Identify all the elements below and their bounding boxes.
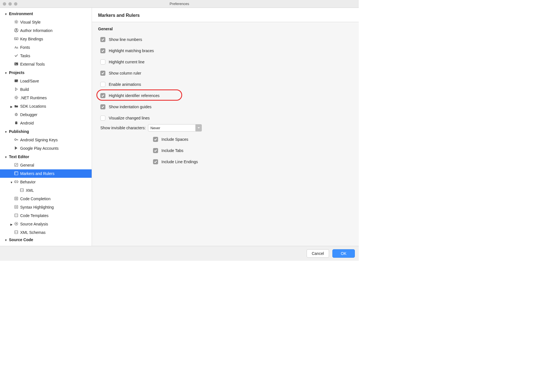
sidebar-section-projects[interactable]: Projects — [0, 68, 92, 77]
option-row-changedLines: Visualize changed lines — [98, 112, 353, 124]
sidebar-item-visual-style[interactable]: Visual Style — [0, 18, 92, 26]
sidebar-item-label: Google Play Accounts — [19, 146, 59, 151]
preferences-tree[interactable]: EnvironmentVisual StyleAuthor Informatio… — [0, 8, 92, 243]
option-row-identRefs: Highlight identifier references — [98, 90, 353, 101]
gear-icon — [13, 95, 19, 101]
checkbox-changedLines[interactable] — [100, 116, 105, 121]
dropdown-arrow-icon[interactable] — [196, 124, 202, 132]
disk-icon — [13, 79, 19, 84]
sidebar-section-label: Projects — [8, 70, 24, 75]
invisible-chars-select[interactable]: Never — [148, 124, 202, 132]
sidebar-item-label: Syntax Highlighting — [19, 205, 54, 209]
checkbox-incSpaces[interactable] — [153, 137, 158, 142]
svg-point-67 — [15, 216, 15, 216]
sidebar-item-xml-schemas[interactable]: XML Schemas — [0, 228, 92, 237]
sidebar-item-behavior[interactable]: Behavior — [0, 178, 92, 186]
svg-line-28 — [17, 98, 18, 99]
sidebar-item-label: XML — [25, 188, 34, 193]
checkbox-lineNumbers[interactable] — [100, 37, 105, 42]
sidebar-section-environment[interactable]: Environment — [0, 10, 92, 18]
checkbox-colRuler[interactable] — [100, 71, 105, 76]
xml-icon — [13, 230, 19, 235]
sidebar-item-label: Android Signing Keys — [19, 138, 58, 142]
sidebar-item-author-information[interactable]: Author Information — [0, 26, 92, 35]
sidebar-item-external-tools[interactable]: External Tools — [0, 60, 92, 68]
titlebar: Preferences — [0, 0, 359, 8]
sidebar-item-syntax-highlighting[interactable]: abSyntax Highlighting — [0, 203, 92, 211]
option-row-curLine: Highlight current line — [98, 56, 353, 68]
svg-point-0 — [15, 21, 17, 23]
svg-point-10 — [16, 29, 17, 30]
svg-line-35 — [15, 114, 15, 114]
sidebar-section-text-editor[interactable]: Text Editor — [0, 153, 92, 161]
svg-line-6 — [17, 23, 18, 23]
svg-point-68 — [16, 216, 16, 216]
option-row-indentGuides: Show indentation guides — [98, 101, 353, 112]
invisible-chars-value: Never — [148, 124, 196, 132]
checkbox-anim[interactable] — [100, 82, 105, 87]
list-icon — [13, 196, 19, 202]
sidebar-item-sdk-locations[interactable]: SDK Locations — [0, 102, 92, 110]
content-body: General Show line numbersHighlight match… — [92, 22, 359, 246]
sidebar-item-android[interactable]: Android — [0, 119, 92, 127]
sidebar-item-label: Source Analysis — [19, 222, 48, 226]
sidebar-item-label: Android — [19, 121, 34, 125]
sidebar-item-source-analysis[interactable]: Source Analysis — [0, 220, 92, 228]
svg-line-7 — [15, 23, 15, 23]
checkbox-matchBraces[interactable] — [100, 48, 105, 53]
android-icon — [13, 121, 19, 126]
svg-rect-12 — [15, 38, 15, 39]
sidebar-section-source-code[interactable]: Source Code — [0, 237, 92, 243]
avatar-icon — [13, 28, 19, 33]
preferences-sidebar: EnvironmentVisual StyleAuthor Informatio… — [0, 8, 92, 246]
sidebar-item-markers-and-rulers[interactable]: Markers and Rulers — [0, 169, 92, 178]
sidebar-item-label: SDK Locations — [19, 104, 46, 109]
key-icon — [13, 137, 19, 143]
sidebar-item-google-play-accounts[interactable]: Google Play Accounts — [0, 144, 92, 153]
content-header: Markers and Rulers — [92, 8, 359, 22]
sidebar-item-load-save[interactable]: Load/Save — [0, 77, 92, 85]
svg-point-69 — [17, 216, 17, 216]
sidebar-item-net-runtimes[interactable]: .NET Runtimes — [0, 94, 92, 102]
ok-button[interactable]: OK — [332, 249, 355, 258]
page-title: Markers and Rulers — [98, 13, 353, 18]
checkbox-label-anim: Enable animations — [109, 82, 141, 87]
svg-rect-15 — [17, 38, 18, 39]
sidebar-item-build[interactable]: Build — [0, 85, 92, 94]
checkbox-label-indentGuides: Show indentation guides — [109, 105, 152, 109]
checkbox-identRefs[interactable] — [100, 93, 105, 98]
svg-rect-21 — [15, 79, 18, 80]
svg-rect-17 — [15, 63, 18, 65]
svg-point-64 — [15, 215, 15, 215]
sidebar-item-label: Author Information — [19, 28, 52, 33]
gear-icon — [13, 20, 19, 25]
sidebar-item-key-bindings[interactable]: Key Bindings — [0, 35, 92, 43]
sidebar-section-publishing[interactable]: Publishing — [0, 127, 92, 136]
checkbox-curLine[interactable] — [100, 59, 105, 64]
bug-icon — [13, 112, 19, 117]
checkbox-label-matchBraces: Highlight matching braces — [109, 49, 154, 53]
svg-point-20 — [17, 81, 18, 82]
window-title: Preferences — [0, 2, 359, 6]
option-row-anim: Enable animations — [98, 79, 353, 90]
sidebar-item-tasks[interactable]: Tasks — [0, 52, 92, 60]
play-icon — [13, 87, 19, 92]
sidebar-item-general[interactable]: General — [0, 161, 92, 169]
sidebar-section-label: Source Code — [8, 237, 33, 242]
checkbox-indentGuides[interactable] — [100, 104, 105, 109]
sidebar-item-code-templates[interactable]: Code Templates — [0, 211, 92, 220]
sidebar-item-label: XML Schemas — [19, 230, 46, 235]
sidebar-item-android-signing-keys[interactable]: Android Signing Keys — [0, 136, 92, 144]
sidebar-item-debugger[interactable]: Debugger — [0, 110, 92, 119]
sidebar-item-code-completion[interactable]: Code Completion — [0, 195, 92, 203]
checkbox-incTabs[interactable] — [153, 148, 158, 153]
sidebar-item-label: Debugger — [19, 112, 38, 117]
cancel-button[interactable]: Cancel — [307, 249, 329, 258]
sidebar-item-label: External Tools — [19, 62, 45, 66]
svg-rect-14 — [16, 38, 17, 39]
svg-line-37 — [15, 115, 15, 116]
sidebar-item-fonts[interactable]: AaFonts — [0, 43, 92, 52]
checkbox-incEol[interactable] — [153, 159, 158, 164]
chevron-down-icon — [4, 129, 8, 134]
sidebar-item-xml[interactable]: XML — [0, 186, 92, 195]
